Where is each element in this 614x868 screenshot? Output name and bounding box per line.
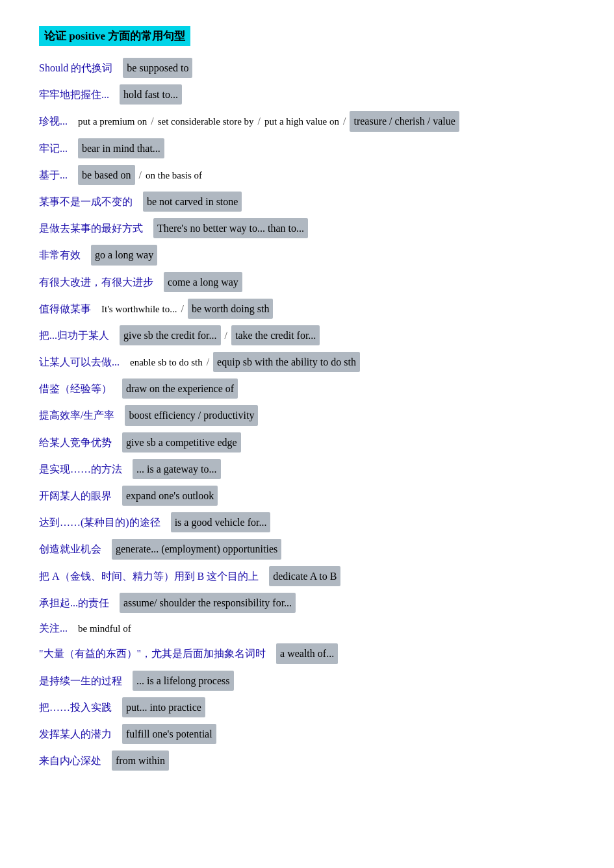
english-phrase-highlight: treasure / cherish / value bbox=[350, 111, 459, 131]
english-phrase-highlight: from within bbox=[112, 750, 169, 771]
chinese-label: 值得做某事 bbox=[39, 300, 91, 317]
phrase-row: 非常有效 go a long way bbox=[39, 245, 575, 265]
chinese-label: Should 的代换词 bbox=[39, 59, 112, 77]
chinese-label: 把 A（金钱、时间、精力等）用到 B 这个目的上 bbox=[39, 567, 259, 585]
separator: / bbox=[258, 112, 261, 130]
chinese-label: 珍视... bbox=[39, 112, 68, 130]
phrase-row: 把...归功于某人 give sb the credit for... / ta… bbox=[39, 325, 575, 345]
english-phrase: set considerable store by bbox=[158, 114, 254, 130]
title-bar: 论证 positive 方面的常用句型 bbox=[39, 26, 190, 46]
chinese-label: 把……投入实践 bbox=[39, 699, 112, 716]
phrase-row: 创造就业机会 generate... (employment) opportun… bbox=[39, 539, 575, 559]
chinese-label: 开阔某人的眼界 bbox=[39, 487, 112, 504]
chinese-label: 牢记... bbox=[39, 140, 68, 157]
english-phrase-highlight: be based on bbox=[78, 165, 135, 185]
chinese-label: 提高效率/生产率 bbox=[39, 406, 114, 424]
phrase-row: 达到……(某种目的)的途径 is a good vehicle for... bbox=[39, 512, 575, 532]
english-phrase: put a high value on bbox=[264, 114, 339, 130]
chinese-label: 借鉴（经验等） bbox=[39, 380, 112, 397]
phrase-row: "大量（有益的东西）"，尤其是后面加抽象名词时 a wealth of... bbox=[39, 643, 575, 663]
phrase-row: 值得做某事 It's worthwhile to... / be worth d… bbox=[39, 299, 575, 319]
chinese-label: 发挥某人的潜力 bbox=[39, 725, 112, 743]
phrase-row: 来自内心深处 from within bbox=[39, 750, 575, 771]
chinese-label: 承担起...的责任 bbox=[39, 594, 109, 612]
english-phrase-highlight: put... into practice bbox=[122, 697, 205, 717]
chinese-label: 让某人可以去做... bbox=[39, 353, 120, 371]
chinese-label: 是持续一生的过程 bbox=[39, 672, 122, 689]
english-phrase-highlight: assume/ shoulder the responsibility for.… bbox=[120, 593, 296, 613]
separator: / bbox=[181, 300, 183, 317]
english-phrase-highlight: draw on the experience of bbox=[122, 378, 238, 399]
content-area: Should 的代换词 be supposed to牢牢地把握住... hold… bbox=[39, 58, 575, 771]
english-phrase-highlight: There's no better way to... than to... bbox=[153, 218, 308, 238]
phrase-row: 给某人竞争优势 give sb a competitive edge bbox=[39, 432, 575, 453]
separator: / bbox=[207, 353, 209, 371]
english-phrase-highlight: expand one's outlook bbox=[122, 486, 218, 506]
english-phrase-highlight: generate... (employment) opportunities bbox=[112, 539, 281, 559]
english-phrase: enable sb to do sth bbox=[130, 354, 203, 371]
chinese-label: 给某人竞争优势 bbox=[39, 434, 112, 451]
phrase-row: 借鉴（经验等） draw on the experience of bbox=[39, 378, 575, 399]
english-phrase-highlight: give sb a competitive edge bbox=[122, 432, 241, 453]
phrase-row: 让某人可以去做... enable sb to do sth / equip s… bbox=[39, 352, 575, 372]
english-phrase-highlight: dedicate A to B bbox=[269, 566, 340, 586]
chinese-label: 是实现……的方法 bbox=[39, 460, 122, 478]
chinese-label: 牢牢地把握住... bbox=[39, 86, 109, 103]
english-phrase-highlight: fulfill one's potential bbox=[122, 724, 216, 744]
english-phrase-highlight: a wealth of... bbox=[276, 643, 338, 663]
chinese-label: 基于... bbox=[39, 166, 68, 184]
chinese-label: 创造就业机会 bbox=[39, 540, 101, 558]
english-phrase-highlight: boost efficiency / productivity bbox=[125, 405, 258, 425]
phrase-row: 某事不是一成不变的 be not carved in stone bbox=[39, 192, 575, 212]
chinese-label: 是做去某事的最好方式 bbox=[39, 219, 143, 237]
chinese-label: 把...归功于某人 bbox=[39, 327, 109, 344]
english-phrase-highlight: be not carved in stone bbox=[143, 192, 242, 212]
english-phrase-highlight: be worth doing sth bbox=[188, 299, 274, 319]
english-phrase-highlight: come a long way bbox=[164, 272, 242, 292]
english-phrase-highlight: bear in mind that... bbox=[78, 138, 164, 158]
title-text: 论证 positive 方面的常用句型 bbox=[44, 30, 185, 42]
english-phrase: put a premium on bbox=[78, 114, 147, 130]
phrase-row: 是做去某事的最好方式 There's no better way to... t… bbox=[39, 218, 575, 238]
phrase-row: 关注... be mindful of bbox=[39, 619, 575, 638]
chinese-label: 达到……(某种目的)的途径 bbox=[39, 514, 160, 531]
english-phrase-highlight: go a long way bbox=[91, 245, 157, 265]
chinese-label: 某事不是一成不变的 bbox=[39, 193, 133, 210]
separator: / bbox=[151, 112, 153, 130]
chinese-label: "大量（有益的东西）"，尤其是后面加抽象名词时 bbox=[39, 645, 266, 662]
chinese-label: 非常有效 bbox=[39, 246, 81, 264]
phrase-row: 有很大改进，有很大进步 come a long way bbox=[39, 272, 575, 292]
english-phrase-highlight: take the credit for... bbox=[231, 325, 320, 345]
phrase-row: 承担起...的责任 assume/ shoulder the responsib… bbox=[39, 593, 575, 613]
separator: / bbox=[139, 166, 142, 184]
english-phrase: be mindful of bbox=[78, 621, 131, 638]
english-phrase-highlight: is a good vehicle for... bbox=[171, 512, 271, 532]
phrase-row: 牢记... bear in mind that... bbox=[39, 138, 575, 158]
phrase-row: 珍视... put a premium on / set considerabl… bbox=[39, 111, 575, 131]
english-phrase-highlight: ... is a gateway to... bbox=[133, 459, 221, 479]
phrase-row: 把……投入实践 put... into practice bbox=[39, 697, 575, 717]
english-phrase-highlight: equip sb with the ability to do sth bbox=[213, 352, 360, 372]
english-phrase-highlight: hold fast to... bbox=[120, 84, 182, 105]
english-phrase-highlight: be supposed to bbox=[123, 58, 192, 78]
phrase-row: 牢牢地把握住... hold fast to... bbox=[39, 84, 575, 105]
phrase-row: Should 的代换词 be supposed to bbox=[39, 58, 575, 78]
phrase-row: 开阔某人的眼界 expand one's outlook bbox=[39, 486, 575, 506]
english-phrase: It's worthwhile to... bbox=[101, 301, 177, 318]
chinese-label: 关注... bbox=[39, 619, 68, 637]
chinese-label: 有很大改进，有很大进步 bbox=[39, 273, 153, 291]
phrase-row: 是实现……的方法 ... is a gateway to... bbox=[39, 459, 575, 479]
phrase-row: 提高效率/生产率 boost efficiency / productivity bbox=[39, 405, 575, 425]
chinese-label: 来自内心深处 bbox=[39, 752, 101, 769]
separator: / bbox=[343, 112, 346, 130]
separator: / bbox=[225, 327, 227, 344]
phrase-row: 基于... be based on / on the basis of bbox=[39, 165, 575, 185]
english-phrase: on the basis of bbox=[146, 167, 202, 184]
english-phrase-highlight: give sb the credit for... bbox=[120, 325, 221, 345]
phrase-row: 发挥某人的潜力 fulfill one's potential bbox=[39, 724, 575, 744]
english-phrase-highlight: ... is a lifelong process bbox=[133, 671, 234, 691]
phrase-row: 把 A（金钱、时间、精力等）用到 B 这个目的上 dedicate A to B bbox=[39, 566, 575, 586]
phrase-row: 是持续一生的过程 ... is a lifelong process bbox=[39, 671, 575, 691]
